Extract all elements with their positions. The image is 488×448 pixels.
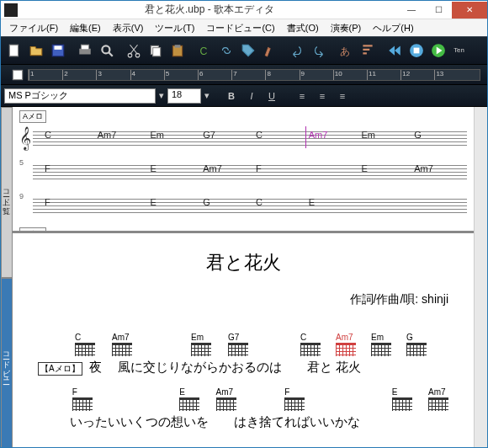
new-button[interactable] <box>4 40 24 61</box>
menu-chordview[interactable]: コードビュー(C) <box>201 20 279 36</box>
align-center-button[interactable]: ≡ <box>314 88 331 104</box>
vertical-scrollbar[interactable] <box>474 107 487 448</box>
chord-label[interactable]: Em <box>362 130 415 140</box>
chord-diagram[interactable]: Em <box>191 333 211 356</box>
chord-diagram[interactable]: C <box>300 333 321 356</box>
sort-button[interactable] <box>358 40 378 61</box>
chord-diagram[interactable]: Am7 <box>428 387 448 411</box>
chord-label[interactable]: E <box>309 197 362 207</box>
chord-diagram[interactable]: F <box>72 387 93 411</box>
ruler-tick: 12 <box>400 70 410 80</box>
chord-label[interactable]: Am7 <box>414 163 467 173</box>
close-button[interactable]: ✕ <box>452 2 487 19</box>
maximize-button[interactable]: ☐ <box>425 2 452 19</box>
chord-diagram[interactable]: Am7 <box>112 333 132 356</box>
chord-name: Am7 <box>216 387 234 397</box>
chord-diagram[interactable]: Am7 <box>216 387 236 411</box>
ruler-left-icon[interactable] <box>8 65 28 85</box>
stop-button[interactable] <box>406 40 427 61</box>
font-name-select[interactable]: MS Pゴシック <box>4 88 156 104</box>
chord-label[interactable]: E <box>151 163 204 173</box>
fontbar: MS Pゴシック ▾ 18 ▾ B I U ≡ ≡ ≡ <box>1 85 487 107</box>
chord-label[interactable] <box>309 163 362 173</box>
ruler-tick: 6 <box>198 70 203 80</box>
paste-button[interactable] <box>167 40 188 61</box>
menu-help[interactable]: ヘルプ(H) <box>368 20 418 36</box>
tag-button[interactable] <box>238 40 258 61</box>
ruler-tick: 13 <box>434 70 443 80</box>
preview-button[interactable] <box>97 40 117 61</box>
chord-label[interactable]: E <box>362 163 415 173</box>
menu-format[interactable]: 書式(O) <box>282 20 324 36</box>
play-button[interactable] <box>428 40 448 61</box>
chord-label[interactable] <box>414 197 467 207</box>
chord-label[interactable]: F <box>256 163 309 173</box>
menu-tool[interactable]: ツール(T) <box>150 20 199 36</box>
underline-button[interactable]: U <box>263 88 280 104</box>
chord-label[interactable] <box>362 197 415 207</box>
save-button[interactable] <box>48 40 68 61</box>
chord-diagram[interactable]: E <box>392 387 412 411</box>
italic-button[interactable]: I <box>243 88 260 104</box>
lyrics-panel[interactable]: 君と花火 作詞/作曲/唄: shinji CAm7EmG7CAm7EmG 【Aメ… <box>13 233 474 448</box>
main-panel: Aメロ 𝄞CAm7EmG7CAm7EmG5FEAm7FEAm79FEGCE Bメ… <box>13 107 474 448</box>
sidetab-chord-view[interactable]: コードビュー <box>1 278 13 448</box>
chord-label[interactable]: G7 <box>203 130 256 140</box>
chord-diagram[interactable]: E <box>179 387 199 411</box>
lyric-line: 【Aメロ】 夜 風に交じりながらかおるのは 君と 花火 <box>38 360 448 376</box>
dropdown-icon[interactable]: ▾ <box>204 90 210 101</box>
chord-name: F <box>284 387 289 397</box>
chord-label[interactable]: E <box>151 197 204 207</box>
chord-label[interactable]: G <box>203 197 256 207</box>
align-right-button[interactable]: ≡ <box>334 88 351 104</box>
chord-label[interactable]: Em <box>151 130 204 140</box>
svg-rect-10 <box>153 48 161 56</box>
chord-diagram[interactable]: F <box>284 387 305 411</box>
marker-button[interactable] <box>260 40 280 61</box>
chord-label[interactable]: F <box>45 163 98 173</box>
chord-label[interactable]: C <box>256 197 309 207</box>
font-size-select[interactable]: 18 <box>167 88 201 104</box>
minimize-button[interactable]: — <box>398 2 425 19</box>
window-title: 君と花火.ubp - 歌本エディタ <box>21 3 398 17</box>
cut-button[interactable] <box>124 40 144 61</box>
tempo-button[interactable]: Ten <box>450 40 470 61</box>
undo-button[interactable] <box>287 40 307 61</box>
chord-diagram[interactable]: G <box>406 333 427 356</box>
chord-c-button[interactable]: C <box>194 40 215 61</box>
chord-diagram[interactable]: C <box>75 333 95 356</box>
chord-label[interactable] <box>98 163 151 173</box>
copy-button[interactable] <box>146 40 166 61</box>
chord-label[interactable]: G <box>414 130 467 140</box>
menu-edit[interactable]: 編集(E) <box>65 20 106 36</box>
ruler-tick: 10 <box>333 70 342 80</box>
ruler-track[interactable]: 12345678910111213 <box>28 69 480 81</box>
redo-button[interactable] <box>309 40 329 61</box>
menu-file[interactable]: ファイル(F) <box>4 20 63 36</box>
rewind-button[interactable] <box>385 40 405 61</box>
chord-label[interactable]: C <box>45 130 98 140</box>
chord-diagram[interactable]: Em <box>371 333 391 356</box>
bold-button[interactable]: B <box>223 88 240 104</box>
print-button[interactable] <box>75 40 95 61</box>
menu-view[interactable]: 表示(V) <box>108 20 149 36</box>
link-button[interactable] <box>216 40 236 61</box>
open-button[interactable] <box>26 40 46 61</box>
chord-label[interactable]: F <box>45 197 98 207</box>
ruler-tick: 4 <box>130 70 135 80</box>
lang-button[interactable]: あ <box>336 40 356 61</box>
app-icon <box>4 3 18 17</box>
menu-play[interactable]: 演奏(P) <box>326 20 367 36</box>
dropdown-icon[interactable]: ▾ <box>159 90 164 101</box>
chord-diagram[interactable]: Am7 <box>336 333 356 356</box>
align-left-button[interactable]: ≡ <box>294 88 310 104</box>
chord-diagram[interactable]: G7 <box>228 333 248 356</box>
chord-label[interactable]: Am7 <box>98 130 151 140</box>
chord-label[interactable] <box>98 197 151 207</box>
lyric-text: いったいいくつの想いを はき捨てればいいかな <box>70 414 360 430</box>
sidetab-chord-list[interactable]: コード一覧 <box>1 107 13 278</box>
score-panel[interactable]: Aメロ 𝄞CAm7EmG7CAm7EmG5FEAm7FEAm79FEGCE Bメ… <box>13 107 474 233</box>
chord-label[interactable]: Am7 <box>309 130 362 140</box>
chord-label[interactable]: Am7 <box>203 163 256 173</box>
chord-label[interactable]: C <box>256 130 309 140</box>
